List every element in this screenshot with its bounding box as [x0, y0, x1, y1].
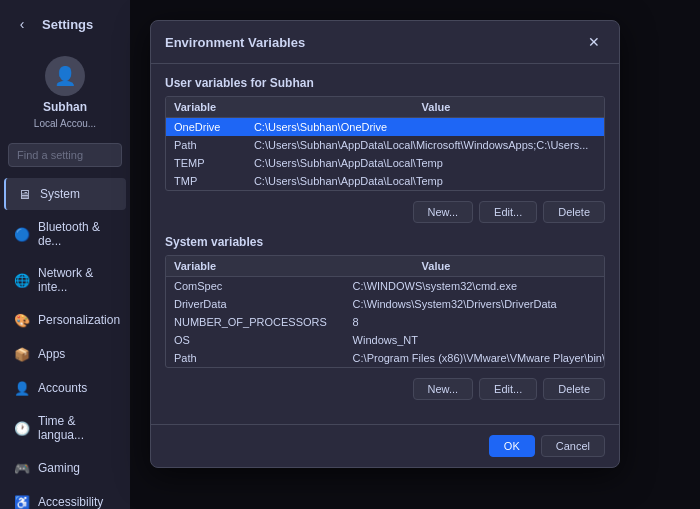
user-col-variable: Variable	[166, 97, 414, 118]
system-var-name: NUMBER_OF_PROCESSORS	[166, 313, 345, 331]
user-var-value: C:\Users\Subhan\AppData\Local\Microsoft\…	[246, 136, 604, 154]
settings-title: Settings	[42, 17, 93, 32]
dialog-titlebar: Environment Variables ✕	[151, 21, 619, 64]
sidebar-item-label-time: Time & langua...	[38, 414, 116, 442]
sidebar-item-time[interactable]: 🕐 Time & langua...	[4, 406, 126, 450]
user-edit-button[interactable]: Edit...	[479, 201, 537, 223]
sidebar-item-label-network: Network & inte...	[38, 266, 116, 294]
sidebar-nav: 🖥 System 🔵 Bluetooth & de... 🌐 Network &…	[0, 173, 130, 509]
user-var-name: OneDrive	[166, 118, 246, 136]
sidebar-item-accessibility[interactable]: ♿ Accessibility	[4, 486, 126, 509]
dialog-body: User variables for Subhan Variable Value…	[151, 64, 619, 424]
avatar: 👤	[45, 56, 85, 96]
user-buttons-row: New... Edit... Delete	[165, 201, 605, 223]
user-var-value: C:\Users\Subhan\AppData\Local\Temp	[246, 154, 604, 172]
user-variables-table-container: Variable Value OneDrive C:\Users\Subhan\…	[165, 96, 605, 191]
user-var-name: Path	[166, 136, 246, 154]
time-icon: 🕐	[14, 420, 30, 436]
user-section-label: User variables for Subhan	[165, 76, 605, 90]
dialog-title: Environment Variables	[165, 35, 305, 50]
system-var-name: Path	[166, 349, 345, 367]
user-profile: 👤 Subhan Local Accou...	[0, 48, 130, 137]
system-table-row[interactable]: Path C:\Program Files (x86)\VMware\VMwar…	[166, 349, 604, 367]
system-col-variable: Variable	[166, 256, 414, 277]
system-icon: 🖥	[16, 186, 32, 202]
environment-variables-dialog: Environment Variables ✕ User variables f…	[150, 20, 620, 468]
system-var-value: Windows_NT	[345, 331, 604, 349]
user-name: Subhan	[43, 100, 87, 114]
sidebar-item-label-system: System	[40, 187, 80, 201]
user-variables-table: Variable Value	[166, 97, 604, 118]
user-table-row[interactable]: TEMP C:\Users\Subhan\AppData\Local\Temp	[166, 154, 604, 172]
sidebar-item-bluetooth[interactable]: 🔵 Bluetooth & de...	[4, 212, 126, 256]
sidebar-item-label-accounts: Accounts	[38, 381, 87, 395]
system-table-header-row: Variable Value	[166, 256, 604, 277]
bluetooth-icon: 🔵	[14, 226, 30, 242]
system-section-label: System variables	[165, 235, 605, 249]
sidebar-item-accounts[interactable]: 👤 Accounts	[4, 372, 126, 404]
apps-icon: 📦	[14, 346, 30, 362]
system-var-value: C:\WINDOWS\system32\cmd.exe	[345, 277, 604, 295]
sidebar-item-label-personalization: Personalization	[38, 313, 120, 327]
back-button[interactable]: ‹	[10, 12, 34, 36]
sidebar-item-label-gaming: Gaming	[38, 461, 80, 475]
user-table-row[interactable]: TMP C:\Users\Subhan\AppData\Local\Temp	[166, 172, 604, 190]
system-table-row[interactable]: NUMBER_OF_PROCESSORS 8	[166, 313, 604, 331]
cancel-button[interactable]: Cancel	[541, 435, 605, 457]
system-var-name: ComSpec	[166, 277, 345, 295]
system-table-scroll[interactable]: ComSpec C:\WINDOWS\system32\cmd.exeDrive…	[166, 277, 604, 367]
user-variables-data-table: OneDrive C:\Users\Subhan\OneDrivePath C:…	[166, 118, 604, 190]
sidebar-header: ‹ Settings	[0, 0, 130, 48]
user-table-row[interactable]: Path C:\Users\Subhan\AppData\Local\Micro…	[166, 136, 604, 154]
user-new-button[interactable]: New...	[413, 201, 474, 223]
system-var-value: C:\Windows\System32\Drivers\DriverData	[345, 295, 604, 313]
sidebar-item-network[interactable]: 🌐 Network & inte...	[4, 258, 126, 302]
gaming-icon: 🎮	[14, 460, 30, 476]
system-var-name: DriverData	[166, 295, 345, 313]
system-edit-button[interactable]: Edit...	[479, 378, 537, 400]
sidebar-item-system[interactable]: 🖥 System	[4, 178, 126, 210]
system-new-button[interactable]: New...	[413, 378, 474, 400]
system-var-value: 8	[345, 313, 604, 331]
user-col-value: Value	[414, 97, 604, 118]
user-var-name: TEMP	[166, 154, 246, 172]
dialog-close-button[interactable]: ✕	[583, 31, 605, 53]
sidebar: ‹ Settings 👤 Subhan Local Accou... 🖥 Sys…	[0, 0, 130, 509]
ok-button[interactable]: OK	[489, 435, 535, 457]
user-var-value: C:\Users\Subhan\AppData\Local\Temp	[246, 172, 604, 190]
accessibility-icon: ♿	[14, 494, 30, 509]
dialog-overlay: Environment Variables ✕ User variables f…	[130, 0, 700, 509]
main-content: Environment Variables ✕ User variables f…	[130, 0, 700, 509]
system-col-value: Value	[414, 256, 604, 277]
system-var-value: C:\Program Files (x86)\VMware\VMware Pla…	[345, 349, 604, 367]
search-input[interactable]	[8, 143, 122, 167]
sidebar-item-label-bluetooth: Bluetooth & de...	[38, 220, 116, 248]
system-buttons-row: New... Edit... Delete	[165, 378, 605, 400]
sidebar-item-label-accessibility: Accessibility	[38, 495, 103, 509]
system-variables-table: Variable Value	[166, 256, 604, 277]
user-table-scroll[interactable]: OneDrive C:\Users\Subhan\OneDrivePath C:…	[166, 118, 604, 190]
sidebar-item-label-apps: Apps	[38, 347, 65, 361]
sidebar-item-personalization[interactable]: 🎨 Personalization	[4, 304, 126, 336]
user-table-row[interactable]: OneDrive C:\Users\Subhan\OneDrive	[166, 118, 604, 136]
accounts-icon: 👤	[14, 380, 30, 396]
user-role: Local Accou...	[34, 118, 96, 129]
system-table-row[interactable]: OS Windows_NT	[166, 331, 604, 349]
sidebar-item-apps[interactable]: 📦 Apps	[4, 338, 126, 370]
system-table-row[interactable]: ComSpec C:\WINDOWS\system32\cmd.exe	[166, 277, 604, 295]
user-delete-button[interactable]: Delete	[543, 201, 605, 223]
system-variables-table-container: Variable Value ComSpec C:\WINDOWS\system…	[165, 255, 605, 368]
dialog-footer: OK Cancel	[151, 424, 619, 467]
personalization-icon: 🎨	[14, 312, 30, 328]
system-variables-data-table: ComSpec C:\WINDOWS\system32\cmd.exeDrive…	[166, 277, 604, 367]
sidebar-item-gaming[interactable]: 🎮 Gaming	[4, 452, 126, 484]
system-table-row[interactable]: DriverData C:\Windows\System32\Drivers\D…	[166, 295, 604, 313]
network-icon: 🌐	[14, 272, 30, 288]
system-delete-button[interactable]: Delete	[543, 378, 605, 400]
system-var-name: OS	[166, 331, 345, 349]
user-var-value: C:\Users\Subhan\OneDrive	[246, 118, 604, 136]
user-var-name: TMP	[166, 172, 246, 190]
user-table-header-row: Variable Value	[166, 97, 604, 118]
